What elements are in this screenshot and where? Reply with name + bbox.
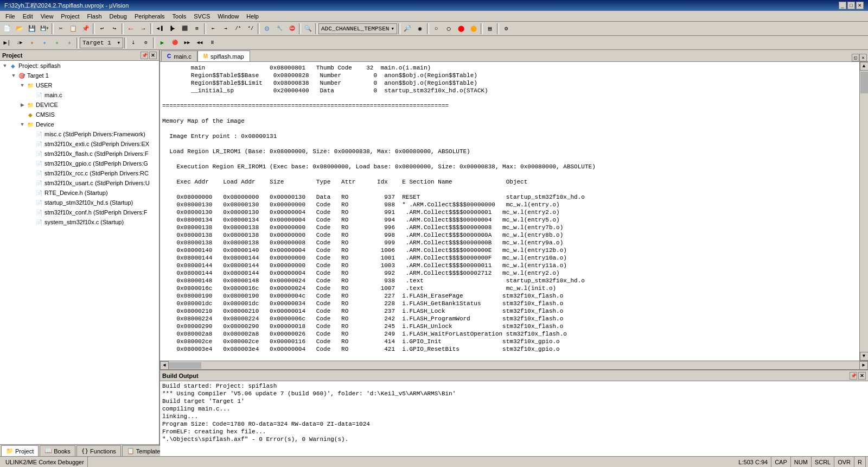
tree-item[interactable]: ▶📁DEVICE <box>0 100 159 110</box>
scroll-up[interactable]: ▲ <box>860 62 869 71</box>
tree-item[interactable]: 📄system_stm32f10x.c (Startup) <box>0 217 159 227</box>
find-button[interactable]: ◉ <box>414 23 426 35</box>
indent-button[interactable]: ⇤ <box>207 23 219 35</box>
toggle-btn[interactable]: ⏸ <box>206 37 218 49</box>
menu-help[interactable]: Help <box>243 12 262 21</box>
tab-functions[interactable]: {} Functions <box>76 445 121 456</box>
load-btn[interactable]: ⤓ <box>127 37 139 49</box>
vertical-scrollbar[interactable]: ▲ ▼ <box>859 62 868 361</box>
cut-button[interactable]: ✂ <box>55 23 67 35</box>
debugger-text: ULINK2/ME Cortex Debugger <box>5 459 84 465</box>
h-scroll-left[interactable]: ◄ <box>160 361 169 370</box>
tab-float-button[interactable]: ◱ <box>852 54 859 61</box>
tree-item[interactable]: 📄stm32f10x_usart.c (StdPeriph Drivers:U <box>0 178 159 188</box>
menu-file[interactable]: File <box>2 12 18 21</box>
tab-project[interactable]: 📁 Project <box>1 445 39 456</box>
magic-wand1[interactable]: ✦ <box>26 37 38 49</box>
scroll-down[interactable]: ▼ <box>860 352 869 361</box>
debug-button[interactable]: 🔍 <box>302 23 314 35</box>
menu-flash[interactable]: Flash <box>84 12 105 21</box>
tab-mainc[interactable]: C main.c <box>161 51 197 61</box>
tree-item[interactable]: 📄stm32f10x_exti.c (StdPeriph Drivers:EX <box>0 139 159 149</box>
paste-button[interactable]: 📌 <box>80 23 92 35</box>
redo-button[interactable]: ↪ <box>108 23 120 35</box>
save-all-button[interactable]: 💾+ <box>39 23 50 35</box>
run-btn[interactable]: ▶ <box>156 37 168 49</box>
tree-item[interactable]: 📄stm32f10x_gpio.c (StdPeriph Drivers:G <box>0 159 159 168</box>
find-in-files[interactable]: 🔎 <box>401 23 413 35</box>
magic-wand2[interactable]: ✦ <box>39 37 50 49</box>
tree-item[interactable]: 📄stm32f10x_flash.c (StdPeriph Drivers:F <box>0 149 159 159</box>
next-btn[interactable]: ▶▶ <box>181 37 193 49</box>
stop-button[interactable]: ⛔ <box>286 23 298 35</box>
bookmark-next[interactable]: ▐▶ <box>166 23 178 35</box>
bookmark-prev[interactable]: ◀▐ <box>154 23 165 35</box>
close-button[interactable]: ✕ <box>856 2 864 9</box>
target-label: Target 1 <box>82 40 111 46</box>
menu-window[interactable]: Window <box>214 12 242 21</box>
uncomment-button[interactable]: */ <box>245 23 257 35</box>
menu-view[interactable]: View <box>37 12 57 21</box>
bookmark-toggle[interactable]: ⬛ <box>178 23 190 35</box>
target-options[interactable]: ⚙ <box>140 37 152 49</box>
rebuild-button[interactable]: 🔧 <box>273 23 285 35</box>
circle-btn1[interactable]: ○ <box>430 23 442 35</box>
circle-btn4[interactable]: ⬤ <box>468 23 480 35</box>
menu-project[interactable]: Project <box>58 12 82 21</box>
tree-item[interactable]: ▼🎯Target 1 <box>0 71 159 80</box>
circle-btn3[interactable]: ⬤ <box>455 23 467 35</box>
open-button[interactable]: 📂 <box>14 23 25 35</box>
comment-button[interactable]: /* <box>232 23 244 35</box>
horizontal-scrollbar[interactable]: ◄ ► <box>160 361 868 369</box>
h-scroll-right[interactable]: ► <box>859 361 868 370</box>
build-button[interactable]: ⚙ <box>261 23 273 35</box>
editor-content[interactable]: main 0x08000801 Thumb Code 32 main.o(i.m… <box>160 62 859 361</box>
new-file-button[interactable]: 📄 <box>1 23 13 35</box>
step-in[interactable]: ↓▶ <box>14 37 25 49</box>
menu-tools[interactable]: Tools <box>169 12 190 21</box>
step-over[interactable]: ▶| <box>1 37 13 49</box>
menu-svcs[interactable]: SVCS <box>190 12 213 21</box>
menu-edit[interactable]: Edit <box>20 12 36 21</box>
maximize-button[interactable]: □ <box>847 2 855 9</box>
copy-button[interactable]: 📋 <box>67 23 79 35</box>
circle-btn2[interactable]: ◯ <box>443 23 455 35</box>
minimize-button[interactable]: _ <box>839 2 846 9</box>
tab-spiflashmap[interactable]: M spiflash.map <box>197 51 250 61</box>
unindent-button[interactable]: ⇥ <box>220 23 232 35</box>
tree-item[interactable]: ◆CMSIS <box>0 110 159 119</box>
magic-wand4[interactable]: ✦ <box>63 37 75 49</box>
h-scroll-thumb[interactable] <box>169 362 201 369</box>
scroll-thumb[interactable] <box>860 72 868 93</box>
tab-books[interactable]: 📖 Books <box>40 445 75 456</box>
tab-close-button[interactable]: ✕ <box>859 54 867 61</box>
build-close-button[interactable]: ✕ <box>858 372 866 380</box>
tree-item[interactable]: 📄stm32f10x_conf.h (StdPeriph Drivers:F <box>0 207 159 217</box>
menu-peripherals[interactable]: Peripherals <box>131 12 168 21</box>
menu-debug[interactable]: Debug <box>106 12 130 21</box>
tree-item[interactable]: 📄main.c <box>0 90 159 100</box>
build-pin-button[interactable]: 📌 <box>850 372 857 380</box>
tree-item[interactable]: ▼◆Project: spiflash <box>0 61 159 71</box>
save-button[interactable]: 💾 <box>26 23 38 35</box>
magic-wand3[interactable]: ✦ <box>51 37 63 49</box>
target-combo[interactable]: Target 1 ▾ <box>80 37 123 48</box>
books-tab-label: Books <box>54 448 71 455</box>
bookmark-clear[interactable]: ⊠ <box>191 23 203 35</box>
prev-btn[interactable]: ◀◀ <box>194 37 206 49</box>
fwd-nav-button[interactable]: → <box>137 23 149 35</box>
adc-combo[interactable]: ADC_CHANNEL_TEMPSEN ▾ <box>318 23 397 34</box>
tree-item[interactable]: 📄RTE_Device.h (Startup) <box>0 188 159 198</box>
project-close-button[interactable]: ✕ <box>149 52 157 59</box>
tree-item[interactable]: 📄startup_stm32f10x_hd.s (Startup) <box>0 198 159 207</box>
tree-item[interactable]: ▼📁Device <box>0 119 159 129</box>
breakpoints-btn[interactable]: 🔴 <box>169 37 181 49</box>
undo-button[interactable]: ↩ <box>96 23 108 35</box>
project-pin-button[interactable]: 📌 <box>141 52 148 59</box>
view-btn[interactable]: ▤ <box>484 23 496 35</box>
back-nav-button[interactable]: ← <box>125 23 137 35</box>
tree-item[interactable]: 📄misc.c (StdPeriph Drivers:Framework) <box>0 129 159 139</box>
tree-item[interactable]: ▼📁USER <box>0 80 159 90</box>
tree-item[interactable]: 📄stm32f10x_rcc.c (StdPeriph Drivers:RC <box>0 168 159 178</box>
config-btn[interactable]: ⚙ <box>500 23 512 35</box>
